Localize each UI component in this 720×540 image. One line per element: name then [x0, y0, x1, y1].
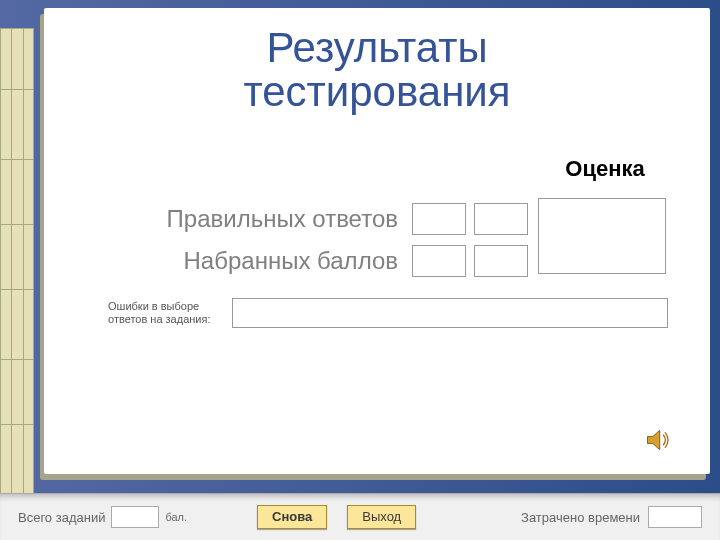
- title-line2: тестирования: [243, 68, 510, 115]
- footer-bar: Всего заданий бал. Снова Выход Затрачено…: [0, 493, 720, 540]
- unit-label: бал.: [165, 511, 187, 523]
- time-value-field: [648, 506, 702, 528]
- left-decoration: [0, 28, 34, 508]
- again-button[interactable]: Снова: [257, 505, 327, 529]
- results-table: Оценка Правильных ответов Набранных балл…: [108, 198, 668, 282]
- total-label: Всего заданий: [18, 510, 105, 525]
- title-line1: Результаты: [266, 24, 487, 71]
- row2-value-a: [412, 245, 466, 277]
- grade-value-box: [538, 198, 666, 274]
- row1-value-b: [474, 203, 528, 235]
- row2-label: Набранных баллов: [108, 247, 404, 275]
- exit-button[interactable]: Выход: [347, 505, 416, 529]
- errors-value-box: [232, 298, 668, 328]
- speaker-icon[interactable]: [644, 426, 672, 454]
- time-label: Затрачено времени: [521, 510, 640, 525]
- row1-label: Правильных ответов: [108, 205, 404, 233]
- total-value-field: [111, 506, 159, 528]
- slide: Результаты тестирования Оценка Правильны…: [0, 0, 720, 540]
- errors-row: Ошибки в выборе ответов на задания:: [108, 298, 668, 328]
- panel: Результаты тестирования Оценка Правильны…: [44, 8, 710, 474]
- errors-label: Ошибки в выборе ответов на задания:: [108, 300, 228, 326]
- page-title: Результаты тестирования: [44, 26, 710, 114]
- row2-value-b: [474, 245, 528, 277]
- row1-value-a: [412, 203, 466, 235]
- grade-header: Оценка: [540, 156, 670, 182]
